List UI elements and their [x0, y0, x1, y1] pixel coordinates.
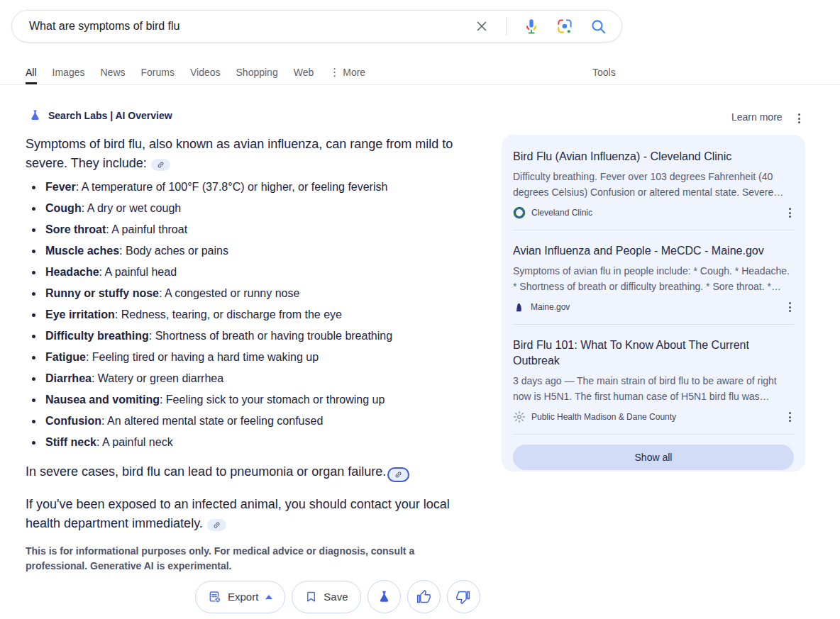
ai-overview-header: Search Labs | AI Overview [28, 108, 172, 122]
list-item: Confusion: An altered mental state or fe… [26, 411, 478, 432]
tab-web[interactable]: Web [294, 60, 314, 84]
answer-actions: Export Save [195, 580, 480, 613]
source-name: Maine.gov [531, 302, 780, 312]
list-item: Diarrhea: Watery or green diarrhea [26, 368, 478, 389]
card-divider [513, 324, 794, 325]
tools-button[interactable]: Tools [592, 60, 616, 84]
caret-up-icon [265, 595, 272, 599]
ai-overview-answer: Symptoms of bird flu, also known as avia… [26, 135, 478, 574]
list-item: Runny or stuffy nose: A congested or run… [26, 283, 478, 304]
thumb-down-icon [456, 590, 470, 604]
citation-link-icon[interactable] [151, 159, 170, 171]
list-item: Difficulty breathing: Shortness of breat… [26, 325, 478, 347]
export-button[interactable]: Export [195, 581, 285, 613]
tab-shopping[interactable]: Shopping [236, 60, 278, 84]
source-title[interactable]: Avian Influenza and People - MeCDC - Mai… [513, 243, 794, 259]
sources-panel: Bird Flu (Avian Influenza) - Cleveland C… [502, 135, 805, 472]
maine-state-logo [513, 301, 525, 313]
vertical-ellipsis-icon: ⋮ [329, 66, 340, 79]
save-button[interactable]: Save [292, 581, 360, 613]
thumb-up-icon [416, 590, 431, 604]
symptom-list: Fever: A temperature of 100°F (37.8°C) o… [26, 177, 478, 453]
list-item: Nausea and vomiting: Feeling sick to you… [26, 389, 478, 411]
list-item: Muscle aches: Body aches or pains [26, 240, 478, 262]
tab-videos[interactable]: Videos [190, 60, 221, 84]
card-menu-icon[interactable] [786, 205, 794, 221]
list-item: Sore throat: A painful throat [26, 219, 478, 240]
tab-more[interactable]: ⋮ More [329, 60, 365, 84]
list-item: Fatigue: Feeling tired or having a hard … [26, 347, 478, 368]
source-title[interactable]: Bird Flu (Avian Influenza) - Cleveland C… [513, 149, 794, 164]
source-card[interactable]: Avian Influenza and People - MeCDC - Mai… [513, 240, 794, 314]
learn-more-link[interactable]: Learn more [731, 111, 783, 123]
list-item: Fever: A temperature of 100°F (37.8°C) o… [26, 177, 478, 198]
tab-all[interactable]: All [26, 60, 37, 84]
card-menu-icon[interactable] [786, 409, 794, 425]
list-item: Eye irritation: Redness, tearing, or dis… [26, 304, 478, 325]
list-item: Headache: A painful head [26, 262, 478, 283]
severe-note-paragraph: In severe cases, bird flu can lead to pn… [26, 462, 478, 482]
clear-icon[interactable] [474, 18, 490, 34]
tab-images[interactable]: Images [52, 60, 85, 84]
thumb-down-button[interactable] [447, 580, 480, 613]
card-divider [513, 230, 794, 230]
citation-link-icon[interactable] [207, 519, 226, 531]
exposure-note-paragraph: If you've been exposed to an infected an… [26, 495, 478, 533]
show-all-button[interactable]: Show all [513, 445, 794, 470]
bookmark-icon [304, 590, 318, 603]
tab-news[interactable]: News [100, 60, 125, 84]
search-input[interactable]: What are symptoms of bird flu [29, 20, 474, 33]
labs-flask-icon [28, 108, 42, 122]
search-icon[interactable] [590, 18, 607, 35]
overview-menu-icon[interactable] [795, 111, 803, 126]
disclaimer-text: This is for informational purposes only.… [26, 544, 478, 574]
source-title[interactable]: Bird Flu 101: What To Know About The Cur… [513, 338, 794, 369]
mic-icon[interactable] [523, 18, 540, 35]
card-divider [513, 434, 794, 435]
source-snippet: Difficulty breathing. Fever over 103 deg… [513, 169, 794, 200]
citation-link-icon[interactable] [387, 467, 409, 482]
list-item: Stiff neck: A painful neck [26, 432, 478, 453]
export-doc-icon [208, 590, 222, 604]
intro-paragraph: Symptoms of bird flu, also known as avia… [26, 135, 478, 173]
tab-forums[interactable]: Forums [141, 60, 175, 84]
lens-icon[interactable] [556, 18, 573, 35]
list-item: Cough: A dry or wet cough [26, 198, 478, 219]
source-card[interactable]: Bird Flu (Avian Influenza) - Cleveland C… [513, 146, 794, 220]
ai-overview-title: Search Labs | AI Overview [48, 110, 172, 121]
labs-flask-button[interactable] [368, 580, 401, 613]
source-name: Cleveland Clinic [531, 208, 780, 218]
labs-flask-icon [377, 589, 392, 604]
source-name: Public Health Madison & Dane County [531, 412, 780, 422]
sunburst-logo [513, 411, 526, 423]
source-card[interactable]: Bird Flu 101: What To Know About The Cur… [513, 335, 794, 424]
search-bar[interactable]: What are symptoms of bird flu [11, 10, 622, 43]
cleveland-clinic-ring-logo [513, 206, 526, 219]
source-snippet: 3 days ago — The main strain of bird flu… [513, 373, 794, 404]
results-tab-bar: All Images News Forums Videos Shopping W… [0, 60, 840, 85]
search-bar-divider [506, 17, 507, 35]
thumb-up-button[interactable] [407, 580, 441, 613]
source-snippet: Symptoms of avian flu in people include:… [513, 263, 794, 294]
card-menu-icon[interactable] [786, 299, 794, 315]
